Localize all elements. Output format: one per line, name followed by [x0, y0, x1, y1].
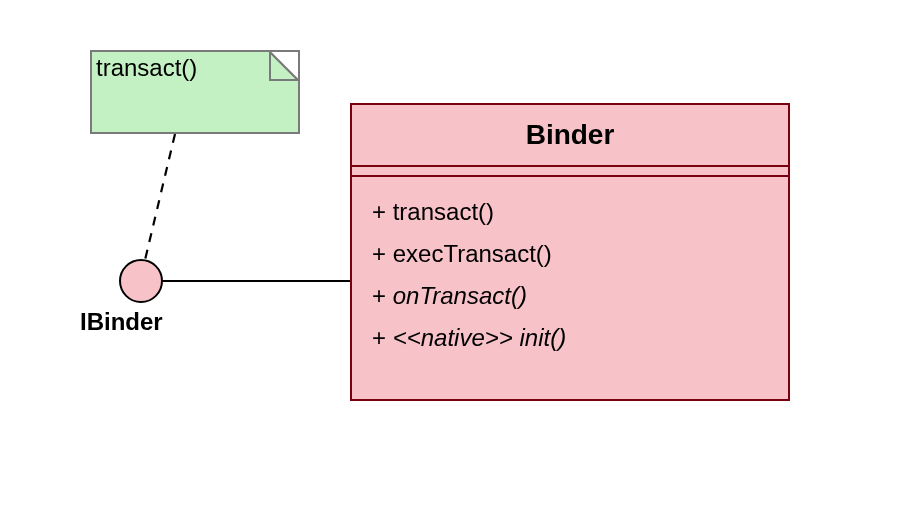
- uml-class-binder: Binder + transact() + execTransact() + o…: [350, 103, 790, 401]
- uml-note: transact(): [90, 50, 300, 134]
- class-name: Binder: [352, 105, 788, 167]
- class-attributes-compartment: [352, 167, 788, 177]
- realization-connector: [163, 280, 350, 282]
- interface-lollipop: [119, 259, 163, 303]
- class-operations-compartment: + transact() + execTransact() + onTransa…: [352, 177, 788, 399]
- note-text: transact(): [96, 54, 197, 82]
- interface-label: IBinder: [80, 308, 163, 336]
- note-fold-icon: [268, 50, 300, 82]
- svg-line-0: [145, 134, 175, 260]
- operation-italic: onTransact(): [393, 282, 527, 309]
- class-operation: + <<native>> init(): [372, 317, 768, 359]
- operation-italic: <<native>> init(): [393, 324, 566, 351]
- class-operation: + onTransact(): [372, 275, 768, 317]
- class-operation: + execTransact(): [372, 233, 768, 275]
- class-operation: + transact(): [372, 191, 768, 233]
- uml-diagram: transact() IBinder Binder + transact() +…: [0, 0, 924, 528]
